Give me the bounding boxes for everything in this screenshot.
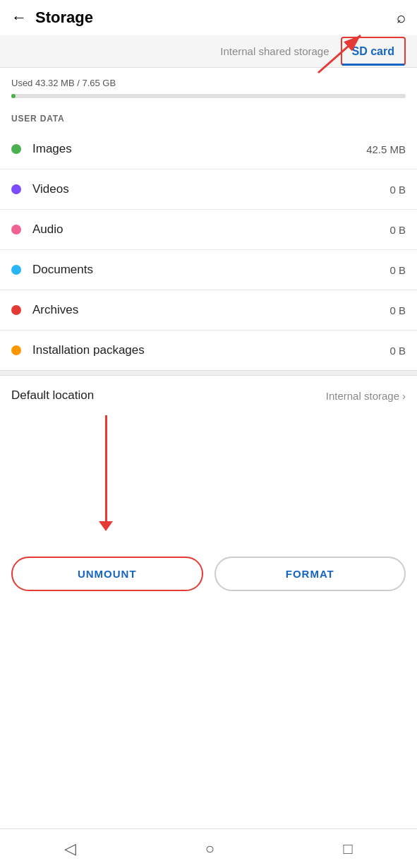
red-arrow-svg bbox=[304, 27, 389, 76]
default-location-text: Internal storage bbox=[326, 390, 399, 402]
nav-back-icon[interactable]: ◁ bbox=[64, 840, 76, 858]
item-size-archives: 0 B bbox=[389, 304, 406, 316]
item-name-images: Images bbox=[32, 142, 366, 156]
storage-bar bbox=[11, 94, 406, 98]
storage-list: Images 42.5 MB Videos 0 B Audio 0 B Docu… bbox=[0, 129, 417, 370]
default-location-label: Default location bbox=[11, 388, 94, 403]
item-name-videos: Videos bbox=[32, 182, 389, 196]
item-size-installation: 0 B bbox=[389, 345, 406, 357]
arrow-line bbox=[105, 415, 107, 521]
nav-home-icon[interactable]: ○ bbox=[205, 840, 214, 858]
bottom-nav: ◁ ○ □ bbox=[0, 828, 417, 868]
item-name-installation: Installation packages bbox=[32, 343, 389, 357]
dot-installation bbox=[11, 345, 21, 355]
header-left: ← Storage bbox=[11, 8, 93, 27]
item-size-audio: 0 B bbox=[389, 224, 406, 236]
search-icon[interactable]: ⌕ bbox=[397, 8, 406, 27]
vertical-arrow bbox=[99, 415, 113, 557]
annotation-arrow-unmount bbox=[0, 415, 417, 557]
action-buttons: UNMOUNT FORMAT bbox=[0, 557, 417, 605]
page-title: Storage bbox=[35, 8, 93, 27]
chevron-right-icon: › bbox=[402, 390, 406, 402]
dot-archives bbox=[11, 305, 21, 315]
item-size-images: 42.5 MB bbox=[366, 143, 406, 155]
dot-images bbox=[11, 144, 21, 154]
item-size-documents: 0 B bbox=[389, 264, 406, 276]
back-button[interactable]: ← bbox=[11, 8, 27, 27]
arrow-head bbox=[99, 521, 113, 531]
storage-item-videos[interactable]: Videos 0 B bbox=[0, 170, 417, 210]
unmount-button[interactable]: UNMOUNT bbox=[11, 557, 203, 591]
svg-line-1 bbox=[318, 35, 361, 73]
dot-documents bbox=[11, 265, 21, 275]
item-name-documents: Documents bbox=[32, 263, 389, 277]
nav-recent-icon[interactable]: □ bbox=[343, 840, 352, 858]
default-location-row[interactable]: Default location Internal storage › bbox=[0, 376, 417, 415]
storage-item-documents[interactable]: Documents 0 B bbox=[0, 250, 417, 290]
storage-item-audio[interactable]: Audio 0 B bbox=[0, 210, 417, 250]
item-name-audio: Audio bbox=[32, 222, 389, 237]
item-name-archives: Archives bbox=[32, 303, 389, 317]
dot-videos bbox=[11, 184, 21, 194]
storage-used-label: Used 43.32 MB / 7.65 GB bbox=[11, 78, 406, 88]
section-divider bbox=[0, 370, 417, 376]
dot-audio bbox=[11, 225, 21, 234]
storage-bar-fill bbox=[11, 94, 16, 98]
default-location-value: Internal storage › bbox=[326, 390, 406, 402]
storage-item-images[interactable]: Images 42.5 MB bbox=[0, 129, 417, 170]
section-label-user-data: USER DATA bbox=[0, 102, 417, 129]
item-size-videos: 0 B bbox=[389, 184, 406, 196]
format-button[interactable]: FORMAT bbox=[214, 557, 406, 591]
storage-item-installation[interactable]: Installation packages 0 B bbox=[0, 331, 417, 370]
storage-item-archives[interactable]: Archives 0 B bbox=[0, 290, 417, 331]
